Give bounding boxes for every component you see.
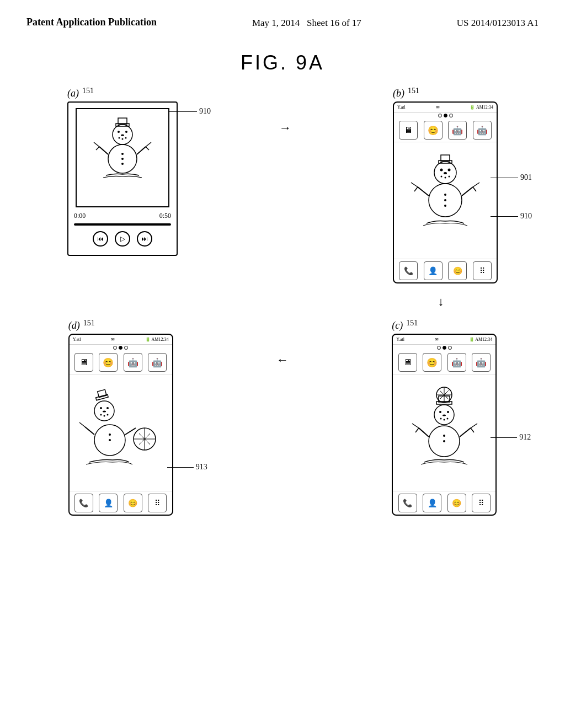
- bottom-icon-3[interactable]: 😊: [448, 261, 467, 280]
- svg-line-72: [412, 424, 419, 428]
- svg-line-32: [418, 187, 429, 196]
- bottom-icon-c3[interactable]: 😊: [447, 494, 466, 512]
- svg-point-48: [109, 433, 111, 436]
- phone-content-c: [393, 374, 495, 491]
- svg-point-24: [444, 172, 447, 174]
- panel-c-label: (c): [392, 320, 403, 331]
- svg-point-3: [118, 131, 120, 133]
- video-area: [76, 108, 169, 207]
- svg-point-65: [440, 417, 442, 419]
- svg-line-13: [99, 147, 108, 154]
- app-icon-3[interactable]: 🤖: [448, 121, 467, 140]
- snowman-d: [74, 386, 168, 480]
- svg-line-52: [125, 428, 136, 435]
- app-icon-d1[interactable]: 🖥: [74, 353, 93, 372]
- svg-point-44: [100, 414, 102, 415]
- svg-point-46: [106, 414, 108, 415]
- app-icons-b: 🖥 😊 🤖 🤖: [394, 119, 497, 142]
- ref-913: 913: [167, 463, 207, 472]
- svg-point-6: [119, 137, 120, 139]
- rewind-button[interactable]: ⏮: [93, 231, 108, 247]
- app-icon-c4[interactable]: 🤖: [472, 353, 491, 372]
- panel-b-label: (b): [393, 88, 404, 99]
- bottom-icon-d4[interactable]: ⠿: [148, 494, 167, 512]
- bottom-icon-2[interactable]: 👤: [424, 261, 443, 280]
- svg-point-49: [109, 439, 111, 441]
- panel-b: (b) 151 Y.atl ✉ 🔋 AM12:34: [393, 88, 498, 283]
- dot1: [438, 114, 442, 117]
- panel-c: (c) 151 Y.atl ✉ 🔋 AM12:34: [392, 320, 497, 516]
- app-icon-c1[interactable]: 🖥: [398, 353, 417, 372]
- bottom-row: (d) 151 Y.atl ✉ 🔋 AM12:34: [22, 320, 543, 516]
- arrow-down-middle: ↓: [433, 295, 449, 309]
- svg-point-27: [449, 175, 450, 177]
- device-d: Y.atl ✉ 🔋 AM12:34 🖥 😊 🤖 🤖: [68, 334, 173, 516]
- bottom-icon-d2[interactable]: 👤: [99, 494, 118, 512]
- svg-line-16: [137, 147, 146, 154]
- svg-point-45: [103, 415, 105, 416]
- dots-b: [394, 113, 497, 119]
- snowman-c: [400, 386, 488, 480]
- svg-point-63: [447, 411, 449, 413]
- dot2: [443, 346, 446, 350]
- bottom-icon-d1[interactable]: 📞: [74, 494, 93, 512]
- bottom-icon-4[interactable]: ⠿: [473, 261, 492, 280]
- dot1: [113, 346, 117, 350]
- svg-line-51: [79, 422, 85, 427]
- svg-point-23: [448, 168, 451, 171]
- svg-line-50: [85, 427, 94, 435]
- ref-910-b: 910: [491, 212, 532, 221]
- svg-point-31: [444, 205, 446, 207]
- svg-line-14: [94, 142, 99, 147]
- svg-line-75: [471, 424, 477, 428]
- status-bar-c: Y.atl ✉ 🔋 AM12:34: [393, 335, 495, 345]
- play-button[interactable]: ▷: [115, 231, 130, 247]
- app-icon-c3[interactable]: 🤖: [447, 353, 466, 372]
- bottom-icon-c2[interactable]: 👤: [423, 494, 441, 512]
- svg-point-62: [439, 411, 441, 413]
- app-icon-1[interactable]: 🖥: [399, 121, 418, 140]
- panel-d: (d) 151 Y.atl ✉ 🔋 AM12:34: [68, 320, 173, 516]
- dot2: [119, 346, 122, 350]
- arrow-left-bottom: ←: [276, 353, 289, 367]
- middle-arrow-row: ↓: [22, 295, 543, 309]
- bottom-icons-c: 📞 👤 😊 ⠿: [393, 491, 495, 515]
- app-icons-d: 🖥 😊 🤖 🤖: [70, 351, 172, 374]
- svg-point-10: [121, 153, 124, 155]
- phone-content-b: [394, 142, 497, 259]
- svg-point-5: [121, 135, 124, 136]
- app-icon-4[interactable]: 🤖: [473, 121, 492, 140]
- dot3: [449, 114, 453, 117]
- publication-label: Patent Application Publication: [26, 15, 157, 29]
- svg-point-29: [444, 194, 446, 196]
- svg-point-64: [443, 414, 446, 416]
- app-icon-d3[interactable]: 🤖: [124, 353, 142, 372]
- bottom-icon-d3[interactable]: 😊: [124, 494, 142, 512]
- bottom-icon-c4[interactable]: ⠿: [472, 494, 491, 512]
- phone-content-d: [70, 374, 172, 491]
- player-controls: 0:00 0:50 ⏮ ▷ ⏭: [74, 212, 171, 247]
- bottom-icon-1[interactable]: 📞: [399, 261, 418, 280]
- app-icon-c2[interactable]: 😊: [423, 353, 441, 372]
- status-bar-d: Y.atl ✉ 🔋 AM12:34: [70, 335, 172, 345]
- svg-line-37: [473, 187, 476, 191]
- panel-a: (a) 151: [67, 88, 178, 256]
- app-icon-2[interactable]: 😊: [424, 121, 443, 140]
- app-icon-d2[interactable]: 😊: [99, 353, 118, 372]
- ref-912: 912: [491, 433, 531, 442]
- dot3: [448, 346, 452, 350]
- forward-button[interactable]: ⏭: [137, 231, 152, 247]
- svg-line-33: [411, 183, 418, 187]
- svg-line-35: [462, 187, 473, 196]
- bottom-icon-c1[interactable]: 📞: [398, 494, 417, 512]
- svg-line-15: [96, 147, 99, 150]
- svg-line-73: [415, 428, 419, 432]
- app-icon-d4[interactable]: 🤖: [148, 353, 167, 372]
- dot3: [124, 346, 128, 350]
- svg-point-8: [125, 137, 127, 139]
- svg-point-22: [440, 168, 443, 171]
- playback-buttons: ⏮ ▷ ⏭: [93, 231, 152, 247]
- svg-point-4: [125, 131, 127, 133]
- ref-901-b: 901: [491, 173, 532, 182]
- top-row: (a) 151: [22, 88, 543, 283]
